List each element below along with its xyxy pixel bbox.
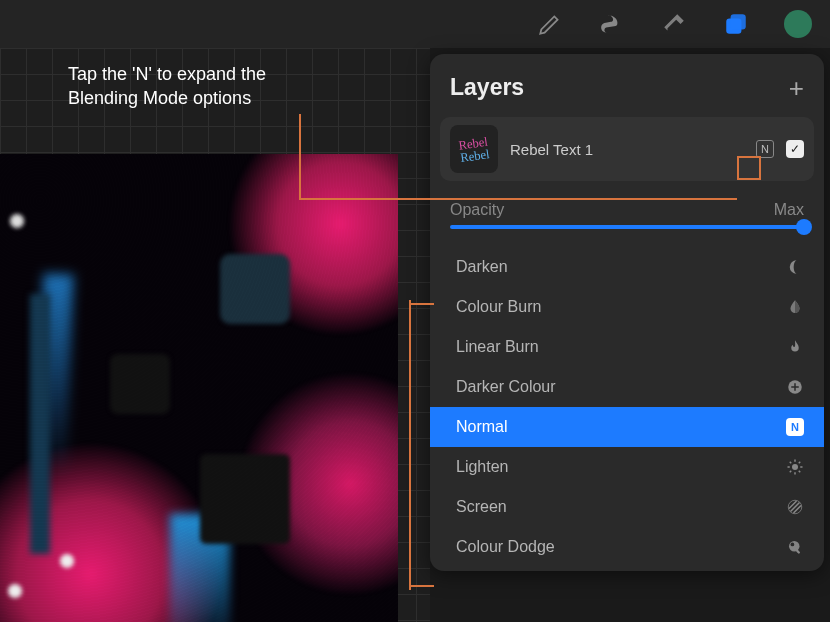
n-badge-icon: N <box>786 418 804 436</box>
callout-connector <box>299 114 301 199</box>
plus-circle-icon <box>786 378 804 396</box>
blend-mode-darker-colour[interactable]: Darker Colour <box>430 367 824 407</box>
layers-title: Layers <box>450 74 524 101</box>
opacity-row: Opacity Max <box>430 187 824 225</box>
callout-connector <box>299 198 737 200</box>
opacity-slider-thumb[interactable] <box>796 219 812 235</box>
flame-icon <box>786 338 804 356</box>
blend-mode-screen[interactable]: Screen <box>430 487 824 527</box>
opacity-slider[interactable] <box>430 225 824 247</box>
blend-mode-darken[interactable]: Darken <box>430 247 824 287</box>
lens-icon <box>786 538 804 556</box>
blend-mode-label: Screen <box>456 498 507 516</box>
blend-mode-colour-dodge[interactable]: Colour Dodge <box>430 527 824 567</box>
blend-mode-label: Normal <box>456 418 508 436</box>
layers-panel: Layers + RebelRebel Rebel Text 1 N ✓ Opa… <box>430 54 824 571</box>
drop-icon <box>786 298 804 316</box>
callout-connector <box>409 585 434 587</box>
svg-line-10 <box>790 462 792 464</box>
blend-mode-label: Linear Burn <box>456 338 539 356</box>
layers-panel-header: Layers + <box>430 54 824 117</box>
svg-point-5 <box>792 464 798 470</box>
add-layer-button[interactable]: + <box>789 75 804 101</box>
instruction-line2: Blending Mode options <box>68 86 266 110</box>
opacity-slider-track <box>450 225 804 229</box>
blend-mode-list: Darken Colour Burn Linear Burn Darker Co… <box>430 247 824 571</box>
top-toolbar <box>0 0 830 48</box>
blend-mode-normal[interactable]: Normal N <box>430 407 824 447</box>
svg-line-15 <box>791 503 800 512</box>
blend-mode-linear-burn[interactable]: Linear Burn <box>430 327 824 367</box>
smudge-icon[interactable] <box>598 10 626 38</box>
blend-mode-lighten[interactable]: Lighten <box>430 447 824 487</box>
moon-icon <box>786 258 804 276</box>
canvas-artwork <box>0 154 398 622</box>
svg-line-13 <box>790 471 792 473</box>
blend-mode-colour-burn[interactable]: Colour Burn <box>430 287 824 327</box>
hatch-icon <box>786 498 804 516</box>
blend-mode-label: Darker Colour <box>456 378 556 396</box>
opacity-label: Opacity <box>450 201 504 219</box>
eraser-icon[interactable] <box>660 10 688 38</box>
blend-mode-label: Darken <box>456 258 508 276</box>
svg-point-19 <box>791 543 795 547</box>
opacity-value: Max <box>774 201 804 219</box>
callout-connector <box>409 300 411 590</box>
brush-icon[interactable] <box>536 10 564 38</box>
blend-mode-label: Colour Dodge <box>456 538 555 556</box>
color-swatch[interactable] <box>784 10 812 38</box>
burst-icon <box>786 458 804 476</box>
canvas-area[interactable] <box>0 48 430 622</box>
callout-connector <box>409 303 434 305</box>
layer-visibility-checkbox[interactable]: ✓ <box>786 140 804 158</box>
instruction-line1: Tap the 'N' to expand the <box>68 62 266 86</box>
svg-line-11 <box>799 471 801 473</box>
instruction-text: Tap the 'N' to expand the Blending Mode … <box>68 62 266 111</box>
blend-mode-label: Colour Burn <box>456 298 541 316</box>
n-badge-highlight <box>737 156 761 180</box>
blend-mode-label: Lighten <box>456 458 509 476</box>
layer-name-label: Rebel Text 1 <box>510 141 744 158</box>
layer-thumbnail: RebelRebel <box>450 125 498 173</box>
svg-point-18 <box>789 541 800 552</box>
svg-rect-1 <box>731 14 746 29</box>
layers-icon[interactable] <box>722 10 750 38</box>
svg-line-12 <box>799 462 801 464</box>
